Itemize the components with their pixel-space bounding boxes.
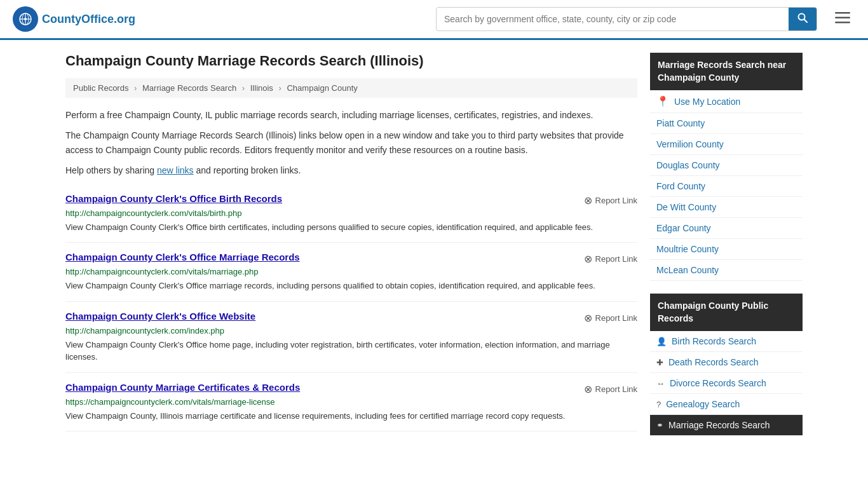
sidebar-public-records-title: Champaign County Public Records — [650, 294, 803, 331]
sidebar-nearby-county-6: Moultrie County — [650, 239, 803, 260]
result-title-2[interactable]: Champaign County Clerk's Office Website — [65, 311, 255, 322]
sidebar-public-records-item-4: ⚭ Marriage Records Search — [650, 415, 803, 436]
result-url-0[interactable]: http://champaigncountyclerk.com/vitals/b… — [65, 208, 637, 218]
results-list: Champaign County Clerk's Office Birth Re… — [65, 184, 637, 432]
result-url-1[interactable]: http://champaigncountyclerk.com/vitals/m… — [65, 267, 637, 276]
sidebar: Marriage Records Search near Champaign C… — [650, 53, 803, 449]
nearby-county-link-7[interactable]: McLean County — [656, 265, 796, 275]
sidebar-nearby-county-4: De Witt County — [650, 197, 803, 218]
nearby-county-link-4[interactable]: De Witt County — [656, 202, 796, 212]
sidebar-icon-1: ✚ — [656, 358, 663, 367]
description-p1: Perform a free Champaign County, IL publ… — [65, 108, 637, 122]
result-desc-0: View Champaign County Clerk's Office bir… — [65, 221, 637, 234]
sidebar-nearby-county-5: Edgar County — [650, 218, 803, 239]
report-link-btn-0[interactable]: ⊗ Report Link — [584, 193, 637, 207]
sidebar-nearby-county-3: Ford County — [650, 176, 803, 197]
sidebar-public-records-item-0: 👤 Birth Records Search — [650, 331, 803, 352]
search-bar — [436, 7, 817, 31]
sidebar-nearby-title: Marriage Records Search near Champaign C… — [650, 53, 803, 90]
sidebar-icon-0: 👤 — [656, 337, 667, 346]
breadcrumb-public-records[interactable]: Public Records — [73, 83, 128, 93]
location-pin-icon: 📍 — [656, 95, 669, 107]
sidebar-nearby-county-1: Vermilion County — [650, 134, 803, 155]
search-button[interactable] — [789, 8, 817, 30]
sidebar-icon-3: ? — [656, 400, 661, 409]
sidebar-icon-4: ⚭ — [656, 421, 663, 430]
nearby-county-link-3[interactable]: Ford County — [656, 181, 796, 191]
report-link-btn-3[interactable]: ⊗ Report Link — [584, 382, 637, 395]
svg-rect-9 — [835, 17, 850, 19]
nearby-counties-list: Piatt CountyVermilion CountyDouglas Coun… — [650, 113, 803, 281]
result-desc-2: View Champaign County Clerk's Office hom… — [65, 339, 637, 363]
result-item: Champaign County Marriage Certificates &… — [65, 373, 637, 432]
public-records-list: 👤 Birth Records Search ✚ Death Records S… — [650, 331, 803, 436]
description-p3: Help others by sharing new links and rep… — [65, 163, 637, 177]
result-url-2[interactable]: http://champaigncountyclerk.com/index.ph… — [65, 326, 637, 336]
result-title-0[interactable]: Champaign County Clerk's Office Birth Re… — [65, 193, 282, 204]
breadcrumb-marriage-records[interactable]: Marriage Records Search — [142, 83, 236, 93]
result-desc-1: View Champaign County Clerk's Office mar… — [65, 280, 637, 292]
breadcrumb-illinois[interactable]: Illinois — [250, 83, 273, 93]
public-records-link-2[interactable]: Divorce Records Search — [670, 378, 796, 388]
sidebar-icon-2: ↔ — [656, 379, 665, 388]
nearby-county-link-1[interactable]: Vermilion County — [656, 139, 796, 149]
result-item: Champaign County Clerk's Office Website … — [65, 302, 637, 373]
new-links-link[interactable]: new links — [157, 165, 194, 175]
result-title-1[interactable]: Champaign County Clerk's Office Marriage… — [65, 252, 300, 262]
public-records-link-4[interactable]: Marriage Records Search — [668, 420, 796, 430]
logo-icon — [13, 6, 38, 32]
nearby-county-link-2[interactable]: Douglas County — [656, 160, 796, 170]
public-records-link-1[interactable]: Death Records Search — [668, 357, 796, 367]
public-records-link-3[interactable]: Genealogy Search — [666, 399, 796, 409]
description-p2: The Champaign County Marriage Records Se… — [65, 128, 637, 157]
sidebar-nearby-county-0: Piatt County — [650, 113, 803, 134]
page-title: Champaign County Marriage Records Search… — [65, 53, 637, 69]
svg-rect-10 — [835, 22, 850, 24]
logo[interactable]: CountyOffice.org — [13, 6, 135, 32]
report-icon-0: ⊗ — [584, 194, 592, 207]
sidebar-nearby-section: Marriage Records Search near Champaign C… — [650, 53, 803, 281]
svg-line-7 — [804, 20, 808, 23]
use-my-location[interactable]: 📍 Use My Location — [650, 90, 803, 113]
report-link-btn-2[interactable]: ⊗ Report Link — [584, 311, 637, 324]
sidebar-public-records-item-3: ? Genealogy Search — [650, 394, 803, 415]
logo-text: CountyOffice.org — [42, 13, 135, 26]
nearby-county-link-6[interactable]: Moultrie County — [656, 244, 796, 254]
result-url-3[interactable]: https://champaigncountyclerk.com/vitals/… — [65, 397, 637, 407]
result-item: Champaign County Clerk's Office Birth Re… — [65, 184, 637, 243]
sidebar-nearby-county-2: Douglas County — [650, 155, 803, 176]
nearby-county-link-0[interactable]: Piatt County — [656, 118, 796, 128]
result-title-3[interactable]: Champaign County Marriage Certificates &… — [65, 382, 300, 393]
result-item: Champaign County Clerk's Office Marriage… — [65, 243, 637, 302]
report-icon-3: ⊗ — [584, 383, 592, 395]
breadcrumb-current: Champaign County — [287, 83, 357, 93]
svg-point-5 — [24, 18, 27, 20]
sidebar-public-records-item-1: ✚ Death Records Search — [650, 352, 803, 373]
public-records-link-0[interactable]: Birth Records Search — [672, 336, 796, 346]
svg-rect-8 — [835, 12, 850, 14]
report-link-btn-1[interactable]: ⊗ Report Link — [584, 252, 637, 265]
hamburger-menu-button[interactable] — [830, 8, 855, 30]
result-desc-3: View Champaign County, Illinois marriage… — [65, 410, 637, 423]
sidebar-public-records-item-2: ↔ Divorce Records Search — [650, 373, 803, 394]
sidebar-public-records-section: Champaign County Public Records 👤 Birth … — [650, 294, 803, 436]
nearby-county-link-5[interactable]: Edgar County — [656, 223, 796, 233]
report-icon-2: ⊗ — [584, 312, 592, 324]
breadcrumb: Public Records › Marriage Records Search… — [65, 78, 637, 98]
report-icon-1: ⊗ — [584, 253, 592, 265]
search-input[interactable] — [437, 9, 789, 29]
sidebar-nearby-county-7: McLean County — [650, 260, 803, 281]
